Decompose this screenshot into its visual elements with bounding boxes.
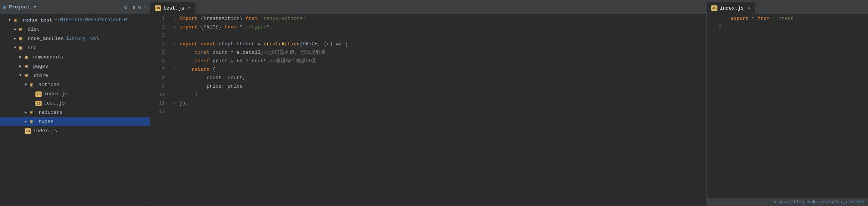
tree-root[interactable]: ▼ ▣ redux_test ~/MineFile/WeChatProject/… [0, 15, 150, 25]
code-line-10: } [174, 91, 706, 99]
tab-index-js-close[interactable]: × [747, 6, 750, 10]
right-line-num-1: 1 [707, 15, 721, 23]
tab-test-js-close[interactable]: × [188, 6, 191, 10]
reducers-label: reducers [39, 110, 62, 115]
actions-index-label: index.js [44, 91, 68, 97]
src-label: src [28, 45, 37, 51]
project-dropdown-arrow[interactable]: ▼ [34, 5, 36, 9]
line-num-7: 7 [150, 65, 165, 74]
fold-4[interactable]: ▷ [174, 40, 176, 48]
src-arrow: ▼ [14, 46, 19, 50]
sidebar-item-dist[interactable]: ▶ ▣ dist [0, 25, 150, 34]
fold-11[interactable]: ▷ [174, 99, 176, 108]
line-num-2: 2 [150, 23, 165, 32]
main-editor-content: 1 2 3 4 5 6 7 8 9 10 11 12 ▷ import {cre… [150, 14, 706, 206]
right-tabs-bar: JS index.js × [707, 0, 868, 14]
actions-test-js-icon: JS [35, 100, 42, 106]
sidebar-item-reducers[interactable]: ▶ ▣ reducers [0, 108, 150, 117]
types-arrow: ▶ [25, 119, 30, 124]
sidebar-item-components[interactable]: ▶ ▣ components [0, 52, 150, 61]
code-line-11: ▷ }); [174, 99, 706, 108]
reducers-folder-icon: ▣ [30, 109, 37, 115]
fold-2[interactable]: ▷ [174, 23, 176, 32]
collapse-icon[interactable]: ↕ [144, 4, 147, 10]
kw-import-1: import [179, 15, 198, 23]
tab-test-js-label: test.js [163, 5, 184, 11]
tabs-bar: JS test.js × [150, 0, 706, 14]
reducers-arrow: ▶ [25, 110, 30, 115]
sidebar-item-actions-index[interactable]: JS index.js [0, 89, 150, 98]
node-modules-sublabel: library root [66, 36, 99, 41]
sidebar-header: ▣ Project ▼ ⚙ ⇅ ⚙ ↕ [0, 0, 150, 14]
line-num-5: 5 [150, 48, 165, 57]
sidebar-item-actions-test[interactable]: JS test.js [0, 98, 150, 108]
tab-test-js[interactable]: JS test.js × [150, 2, 196, 14]
components-label: components [33, 54, 63, 60]
right-line-num-2: 2 [707, 23, 721, 32]
tab-index-js[interactable]: JS index.js × [707, 2, 755, 14]
main-editor-area: JS test.js × 1 2 3 4 5 6 7 8 9 10 11 12 … [150, 0, 706, 206]
sidebar-item-src[interactable]: ▼ ▣ src [0, 43, 150, 52]
pages-label: pages [33, 63, 48, 69]
sidebar-item-actions[interactable]: ▼ ▣ actions [0, 80, 150, 89]
store-label: store [33, 73, 48, 78]
node-modules-folder-icon: ▣ [19, 35, 26, 42]
line-num-10: 10 [150, 91, 165, 99]
fold-7[interactable]: ▷ [174, 65, 176, 74]
dist-arrow: ▶ [14, 27, 19, 32]
code-area[interactable]: ▷ import {createAction} from 'redux-acti… [169, 14, 706, 206]
actions-test-label: test.js [44, 100, 65, 106]
fold-1[interactable]: ▷ [174, 15, 176, 23]
project-title: Project [9, 4, 30, 10]
actions-folder-icon: ▣ [30, 81, 37, 88]
code-line-6: const price = 50 * count;//假设每个都是50元 [174, 57, 706, 65]
sidebar-item-store[interactable]: ▼ ▣ store [0, 71, 150, 80]
node-modules-arrow: ▶ [14, 36, 19, 41]
dist-folder-icon: ▣ [19, 26, 26, 32]
line-num-6: 6 [150, 57, 165, 65]
dist-label: dist [28, 27, 40, 32]
sidebar-item-node-modules[interactable]: ▶ ▣ node_modules library root [0, 34, 150, 43]
gear-icon[interactable]: ⚙ [138, 4, 141, 10]
store-index-js-icon: JS [25, 128, 32, 134]
tab-index-js-icon: JS [711, 5, 717, 11]
status-bar: https://blog.csdn.net/baidu_32377671 [707, 198, 868, 206]
toolbar-divider [130, 4, 130, 10]
code-line-4: ▷ export const stepListener = createActi… [174, 40, 706, 48]
components-folder-icon: ▣ [25, 54, 32, 60]
sidebar-item-types[interactable]: ▶ ▣ types [0, 117, 150, 126]
code-line-12 [174, 108, 706, 116]
pages-folder-icon: ▣ [25, 63, 32, 69]
right-code-line-2 [731, 23, 868, 32]
line-numbers: 1 2 3 4 5 6 7 8 9 10 11 12 [150, 14, 169, 206]
file-tree: ▼ ▣ redux_test ~/MineFile/WeChatProject/… [0, 14, 150, 206]
right-code-area[interactable]: export * from './test' [726, 14, 868, 198]
actions-index-js-icon: JS [35, 91, 42, 97]
sidebar-toolbar: ⚙ ⇅ ⚙ ↕ [124, 4, 147, 10]
store-folder-icon: ▣ [25, 72, 32, 78]
code-line-1: ▷ import {createAction} from 'redux-acti… [174, 15, 706, 23]
sidebar-item-pages[interactable]: ▶ ▣ pages [0, 61, 150, 71]
types-folder-icon: ▣ [30, 118, 37, 125]
store-arrow: ▼ [19, 73, 25, 78]
line-num-8: 8 [150, 74, 165, 82]
tab-index-js-label: index.js [720, 5, 744, 11]
root-label: redux_test [22, 17, 52, 23]
right-panel: JS index.js × 1 2 export * from './test'… [706, 0, 868, 206]
src-folder-icon: ▣ [19, 45, 26, 51]
settings-icon[interactable]: ⚙ [124, 4, 127, 10]
status-url: https://blog.csdn.net/baidu_32377671 [773, 200, 865, 204]
actions-arrow: ▼ [25, 83, 30, 87]
root-folder-icon: ▣ [14, 17, 21, 23]
code-line-9: price: price [174, 82, 706, 91]
sidebar-item-store-index[interactable]: JS index.js [0, 126, 150, 135]
sidebar: ▣ Project ▼ ⚙ ⇅ ⚙ ↕ ▼ ▣ redux_test ~/Min… [0, 0, 150, 206]
line-num-9: 9 [150, 82, 165, 91]
line-num-3: 3 [150, 32, 165, 40]
actions-label: actions [39, 82, 60, 88]
line-num-1: 1 [150, 15, 165, 23]
components-arrow: ▶ [19, 55, 25, 59]
line-num-11: 11 [150, 99, 165, 108]
sort-icon[interactable]: ⇅ [132, 4, 136, 10]
code-line-2: ▷ import {PRICE} from "../types"; [174, 23, 706, 32]
